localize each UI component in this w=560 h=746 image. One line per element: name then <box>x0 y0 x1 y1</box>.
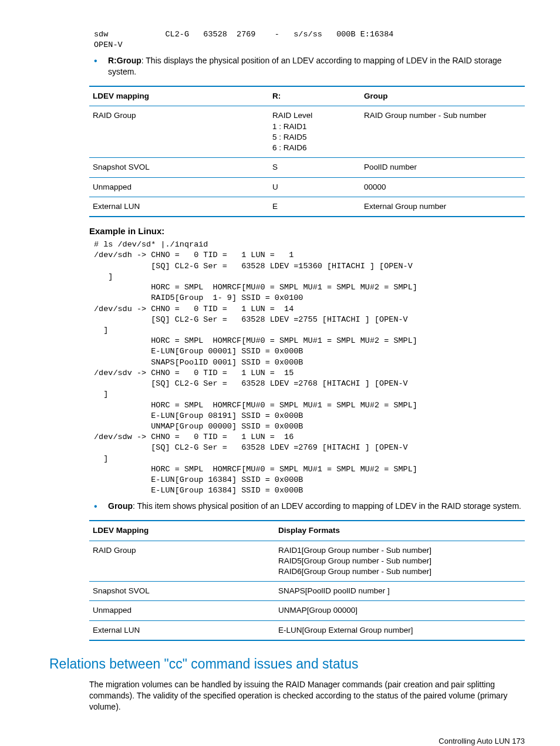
ldev-mapping-table-1: LDEV mapping R: Group RAID Group RAID Le… <box>89 86 525 217</box>
section-paragraph: The migration volumes can be handled by … <box>89 679 525 713</box>
td: Unmapped <box>89 177 269 197</box>
table-row: RAID Group RAID1[Group Group number - Su… <box>89 541 525 582</box>
td: RAID Group <box>89 106 269 158</box>
table-header-row: LDEV mapping R: Group <box>89 86 525 106</box>
td: 00000 <box>360 177 525 197</box>
td: E-LUN[Group External Group number] <box>275 620 525 640</box>
bullet-list-1: R:Group: This displays the physical posi… <box>35 55 525 77</box>
th: LDEV mapping <box>89 86 269 106</box>
td: RAID Group <box>89 541 275 582</box>
th: Group <box>360 86 525 106</box>
bullet-group: Group: This item shows physical position… <box>89 501 525 512</box>
td: Snapshot SVOL <box>89 158 269 177</box>
example-heading: Example in Linux: <box>89 225 525 237</box>
table-row: Unmapped U 00000 <box>89 177 525 197</box>
td: RAID Level 1 : RAID1 5 : RAID5 6 : RAID6 <box>269 106 360 158</box>
td: SNAPS[PoolID poolID number ] <box>275 582 525 601</box>
td: RAID Group number - Sub number <box>360 106 525 158</box>
table-row: Snapshot SVOL S PoolID number <box>89 158 525 177</box>
ldev-mapping-table-2: LDEV Mapping Display Formats RAID Group … <box>89 520 525 641</box>
section-heading: Relations between "cc" command issues an… <box>35 655 525 673</box>
td: Snapshot SVOL <box>89 582 275 601</box>
td: PoolID number <box>360 158 525 177</box>
th: R: <box>269 86 360 106</box>
table-row: External LUN E-LUN[Group External Group … <box>89 620 525 640</box>
bullet-lead: Group <box>108 501 133 511</box>
td: Unmapped <box>89 601 275 620</box>
bullet-text: : This displays the physical position of… <box>108 56 502 76</box>
example-code: # ls /dev/sd* |./inqraid /dev/sdh -> CHN… <box>94 239 525 496</box>
td: U <box>269 177 360 197</box>
td: RAID1[Group Group number - Sub number] R… <box>275 541 525 582</box>
th: Display Formats <box>275 521 525 541</box>
bullet-lead: R:Group <box>108 56 141 65</box>
code-block-top: sdw CL2-G 63528 2769 - s/s/ss 000B E:163… <box>94 29 525 50</box>
bullet-rgroup: R:Group: This displays the physical posi… <box>89 55 525 77</box>
td: External LUN <box>89 620 275 640</box>
table-header-row: LDEV Mapping Display Formats <box>89 521 525 541</box>
th: LDEV Mapping <box>89 521 275 541</box>
table-row: Snapshot SVOL SNAPS[PoolID poolID number… <box>89 582 525 601</box>
table-row: RAID Group RAID Level 1 : RAID1 5 : RAID… <box>89 106 525 158</box>
td: External LUN <box>89 197 269 217</box>
td: E <box>269 197 360 217</box>
td: S <box>269 158 360 177</box>
table-row: External LUN E External Group number <box>89 197 525 217</box>
table-row: Unmapped UNMAP[Group 00000] <box>89 601 525 620</box>
td: External Group number <box>360 197 525 217</box>
bullet-text: : This item shows physical position of a… <box>133 501 521 511</box>
td: UNMAP[Group 00000] <box>275 601 525 620</box>
bullet-list-2: Group: This item shows physical position… <box>35 501 525 512</box>
page-footer: Controlling Auto LUN 173 <box>35 736 525 746</box>
